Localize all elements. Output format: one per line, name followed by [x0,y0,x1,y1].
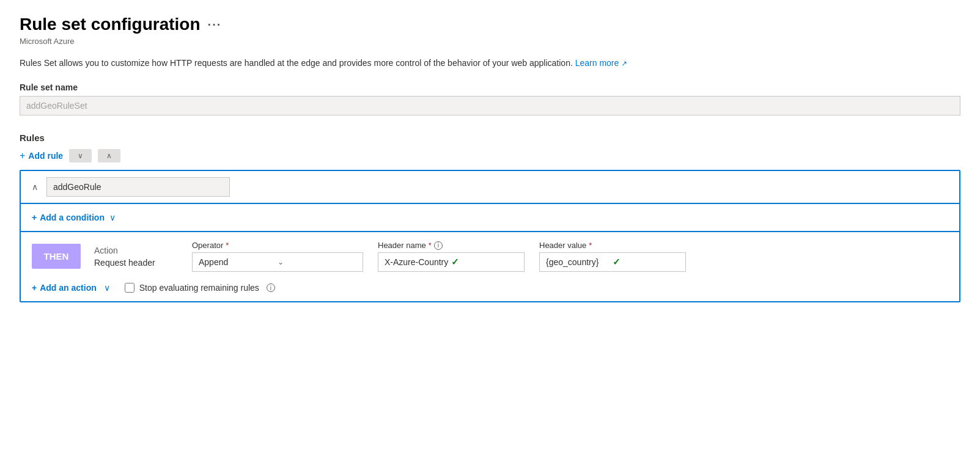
add-rule-label: Add rule [28,151,63,161]
operator-label: Operator * [192,241,363,250]
header-name-value: X-Azure-Country [385,257,451,267]
add-condition-label: Add a condition [40,213,105,222]
page-title: Rule set configuration ··· [20,15,221,34]
rules-chevron-down-button[interactable]: ∨ [69,149,92,162]
rule-header: ∧ [21,171,959,204]
stop-evaluating-label: Stop evaluating remaining rules [139,283,259,293]
rule-set-name-input[interactable] [20,96,960,115]
header-name-info-icon: i [434,241,443,250]
add-action-chevron-icon: ∨ [104,283,110,293]
header-name-label: Header name * i [378,241,525,250]
then-row: THEN Action Request header Operator * Ap… [32,241,948,272]
rules-section-title: Rules [20,133,960,143]
operator-value: Append [199,257,278,267]
header-value-required-star: * [589,241,592,250]
add-rule-button[interactable]: + Add rule [20,150,63,161]
then-badge: THEN [32,244,81,269]
chevron-down-icon: ∨ [78,152,83,160]
header-value-label: Header value * [539,241,686,250]
action-label-title: Action [94,246,168,255]
header-value-input[interactable]: {geo_country} ✓ [539,252,686,272]
rule-collapse-button[interactable]: ∧ [29,181,40,193]
page-subtitle: Microsoft Azure [20,37,960,46]
header-name-check-icon: ✓ [451,257,518,268]
title-ellipsis-menu[interactable]: ··· [208,18,222,32]
learn-more-link[interactable]: Learn more ↗ [575,58,627,68]
header-name-required-star: * [429,241,432,250]
add-condition-plus-icon: + [32,213,37,222]
operator-field-group: Operator * Append ⌄ [192,241,363,272]
rules-toolbar: + Add rule ∨ ∧ [20,149,960,162]
header-value-check-icon: ✓ [613,257,679,268]
page-title-text: Rule set configuration [20,15,201,34]
rules-chevron-up-button[interactable]: ∧ [98,149,120,162]
operator-dropdown[interactable]: Append ⌄ [192,252,363,272]
header-name-input[interactable]: X-Azure-Country ✓ [378,252,525,272]
stop-evaluating-checkbox-label[interactable]: Stop evaluating remaining rules i [125,283,275,293]
operator-chevron-icon: ⌄ [278,258,356,266]
add-action-button[interactable]: + Add an action [32,283,97,293]
operator-required-star: * [226,241,229,250]
add-action-label: Add an action [40,283,97,293]
add-condition-button[interactable]: + Add a condition [32,213,105,222]
collapse-icon: ∧ [32,182,38,192]
action-footer: + Add an action ∨ Stop evaluating remain… [32,280,948,293]
page-description: Rules Set allows you to customize how HT… [20,58,692,68]
condition-bar: + Add a condition ∨ [21,204,959,232]
header-value-value: {geo_country} [546,257,613,267]
stop-evaluating-checkbox[interactable] [125,283,134,293]
header-name-field-group: Header name * i X-Azure-Country ✓ [378,241,525,272]
rule-set-name-label: Rule set name [20,82,960,92]
rule-card: ∧ + Add a condition ∨ THEN Action Reques… [20,170,960,302]
header-value-field-group: Header value * {geo_country} ✓ [539,241,686,272]
action-group: Action Request header [94,246,168,268]
add-condition-chevron-icon: ∨ [109,213,116,222]
chevron-up-icon: ∧ [106,152,112,160]
rule-name-input[interactable] [46,177,230,197]
add-action-plus-icon: + [32,283,37,293]
stop-evaluating-info-icon: i [267,283,275,292]
add-rule-plus-icon: + [20,150,25,161]
action-label-value: Request header [94,258,168,268]
then-section: THEN Action Request header Operator * Ap… [21,232,959,301]
